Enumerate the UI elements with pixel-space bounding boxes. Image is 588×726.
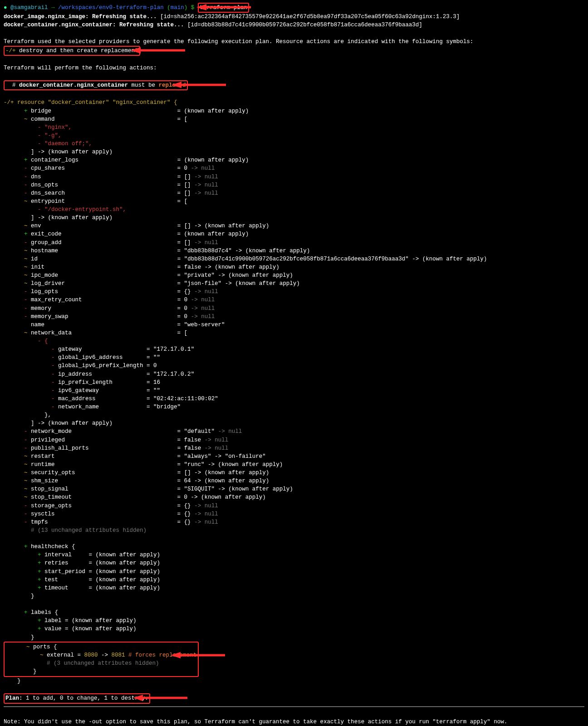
note-text: Note: You didn't use the -out option to …: [4, 718, 584, 726]
resource-close: }: [4, 677, 584, 685]
divider: [4, 706, 584, 707]
prompt-branch: main: [171, 5, 184, 11]
highlight-mustreplace: # docker_container.nginx_container must …: [4, 80, 188, 90]
prompt-path: /workspaces/env0-terraform-plan: [58, 5, 164, 11]
prompt-user: @samgabrail: [10, 5, 48, 11]
highlight-plan: Plan: 1 to add, 0 to change, 1 to destro…: [4, 693, 150, 703]
highlight-ports: ~ ports { ~ external = 8080 -> 8081 # fo…: [4, 642, 199, 677]
highlight-command: terraform plan: [198, 3, 249, 13]
terminal-line: docker_image.nginx_image: Refreshing sta…: [4, 13, 584, 21]
bullet-icon: ●: [4, 5, 7, 11]
terminal-line: docker_container.nginx_container: Refres…: [4, 21, 584, 29]
terminal-line: Terraform used the selected providers to…: [4, 38, 584, 46]
branch-open: (: [167, 5, 171, 11]
arrow-icon: →: [51, 5, 55, 11]
highlight-symbol: -/+ destroy and then create replacement: [4, 46, 140, 56]
command-text[interactable]: terraform plan: [200, 5, 247, 11]
dollar-icon: $: [191, 5, 195, 11]
branch-close: ): [184, 5, 188, 11]
terminal-line: ● @samgabrail → /workspaces/env0-terrafo…: [4, 3, 584, 13]
resource-diff: -/+ resource "docker_container" "nginx_c…: [4, 90, 584, 641]
terminal-line: Terraform will perform the following act…: [4, 64, 584, 72]
